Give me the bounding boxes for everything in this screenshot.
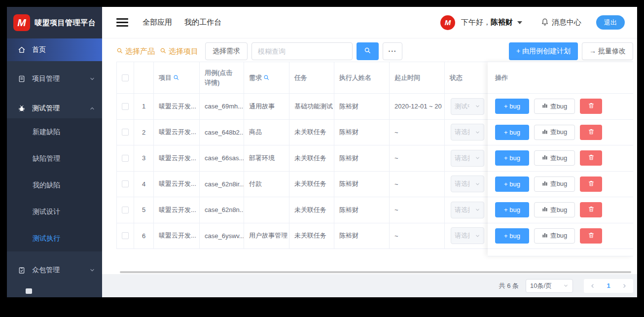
case-cell[interactable]: case_6yswv...: [199, 223, 244, 249]
header-checkbox-cell: [116, 62, 134, 94]
page-size-select[interactable]: 10条/页: [526, 279, 573, 293]
select-project-link[interactable]: 选择项目: [160, 47, 198, 56]
view-bug-label: 查bug: [550, 231, 568, 240]
tab-all-apps[interactable]: 全部应用: [143, 18, 172, 27]
add-bug-button[interactable]: + bug: [495, 228, 529, 244]
requirement-cell: 通用故事: [244, 94, 289, 120]
next-page-button[interactable]: [621, 283, 627, 289]
current-page-button[interactable]: 1: [607, 282, 610, 289]
project-search-icon[interactable]: [173, 74, 179, 81]
search-button[interactable]: [357, 42, 379, 60]
status-select[interactable]: 请选择: [451, 124, 484, 141]
case-cell[interactable]: case_62n8n...: [199, 197, 244, 223]
sidebar-subitem-test-execution[interactable]: 测试执行: [7, 225, 102, 251]
task-cell: 未关联任务: [289, 172, 334, 198]
row-checkbox[interactable]: [122, 207, 129, 213]
row-checkbox[interactable]: [122, 180, 129, 187]
delete-button[interactable]: [580, 202, 602, 217]
user-menu[interactable]: 下午好，陈裕财: [461, 18, 522, 27]
task-cell: 未关联任务: [289, 223, 334, 249]
delete-button[interactable]: [580, 150, 602, 166]
message-center-link[interactable]: 消息中心: [541, 18, 581, 27]
more-filters-button[interactable]: ···: [383, 42, 402, 60]
requirement-search-icon[interactable]: [263, 74, 270, 81]
status-select[interactable]: 请选择: [451, 150, 484, 167]
add-bug-button[interactable]: + bug: [495, 125, 529, 140]
view-bug-button[interactable]: 查bug: [534, 150, 575, 166]
task-cell: 基础功能测试: [289, 94, 334, 120]
header-operation: 操作: [488, 62, 633, 94]
chevron-down-icon: [475, 155, 480, 161]
status-select[interactable]: 测试中: [451, 98, 484, 115]
delete-button[interactable]: [580, 228, 602, 244]
logo-row: M 唛盟项目管理平台: [7, 7, 102, 38]
sidebar-subitem-test-design[interactable]: 测试设计: [7, 198, 102, 225]
add-bug-button[interactable]: + bug: [495, 150, 529, 166]
case-cell[interactable]: case_66sas...: [199, 145, 244, 172]
status-select[interactable]: 请选择: [451, 227, 484, 244]
fuzzy-search-input[interactable]: [251, 42, 353, 60]
view-bug-button[interactable]: 查bug: [534, 125, 575, 140]
project-cell: 唛盟云开发...: [153, 145, 199, 172]
sidebar-item-crowdsourcing[interactable]: 众包管理: [7, 259, 102, 281]
sidebar-subitem-new-defect[interactable]: 新建缺陷: [7, 118, 102, 145]
view-bug-button[interactable]: 查bug: [534, 228, 575, 244]
view-bug-label: 查bug: [550, 179, 568, 188]
index-cell: 4: [134, 172, 153, 198]
executor-cell: 陈裕财: [334, 197, 389, 223]
add-bug-button[interactable]: + bug: [495, 99, 529, 114]
row-checkbox[interactable]: [122, 155, 129, 162]
prev-page-button[interactable]: [590, 283, 596, 289]
row-checkbox[interactable]: [122, 232, 129, 239]
status-select[interactable]: 请选择: [451, 176, 484, 192]
sidebar-item-partial[interactable]: [7, 288, 102, 297]
case-cell[interactable]: case_69mh...: [199, 94, 244, 120]
row-checkbox[interactable]: [122, 129, 129, 136]
view-bug-button[interactable]: 查bug: [534, 202, 575, 217]
view-bug-button[interactable]: 查bug: [534, 99, 575, 114]
executor-cell: 陈裕财: [334, 172, 389, 198]
checkbox-cell: [116, 145, 134, 172]
hamburger-menu-icon[interactable]: [116, 16, 128, 29]
app-logo: M: [13, 14, 30, 31]
search-icon: [160, 47, 167, 56]
sidebar-subitem-my-defects[interactable]: 我的缺陷: [7, 172, 102, 198]
select-product-label: 选择产品: [125, 47, 155, 56]
bug-icon: [18, 105, 26, 112]
create-plan-from-case-button[interactable]: + 由用例创建计划: [509, 42, 578, 60]
time-cell: ~: [389, 223, 444, 249]
select-all-checkbox[interactable]: [122, 74, 129, 81]
sidebar-subitem-defect-management[interactable]: 缺陷管理: [7, 145, 102, 172]
page-size-value: 10条/页: [530, 282, 552, 290]
delete-button[interactable]: [580, 176, 602, 192]
delete-button[interactable]: [580, 99, 602, 114]
horizontal-scrollbar[interactable]: [120, 271, 631, 273]
status-select[interactable]: 请选择: [451, 202, 484, 218]
avatar[interactable]: M: [440, 15, 455, 30]
greeting-text: 下午好，: [461, 18, 491, 27]
sidebar-item-test-management[interactable]: 测试管理: [7, 99, 102, 118]
view-bug-label: 查bug: [550, 206, 568, 214]
case-cell[interactable]: case_62n8ir...: [199, 172, 244, 198]
operation-row: + bug 查bug: [488, 223, 633, 249]
tab-my-workbench[interactable]: 我的工作台: [184, 18, 221, 27]
operation-row: + bug 查bug: [488, 172, 633, 198]
sidebar-item-home[interactable]: 首页: [7, 38, 102, 61]
executor-cell: 陈裕财: [334, 145, 389, 172]
row-checkbox[interactable]: [122, 103, 129, 110]
task-cell: 未关联任务: [289, 197, 334, 223]
delete-button[interactable]: [580, 125, 602, 140]
case-cell[interactable]: case_648b2...: [199, 120, 244, 146]
header-case: 用例(点击详情): [199, 62, 244, 94]
batch-edit-button[interactable]: → 批量修改: [582, 42, 633, 60]
view-bug-button[interactable]: 查bug: [534, 176, 575, 192]
executor-cell: 陈裕财: [334, 94, 389, 120]
select-requirement-button[interactable]: 选择需求: [205, 42, 248, 60]
logout-button[interactable]: 退出: [596, 15, 625, 30]
clipboard-check-icon: [18, 266, 26, 274]
add-bug-button[interactable]: + bug: [495, 202, 529, 217]
add-bug-button[interactable]: + bug: [495, 176, 529, 192]
select-product-link[interactable]: 选择产品: [116, 47, 155, 56]
checkbox-cell: [116, 223, 134, 249]
sidebar-item-project-management[interactable]: 项目管理: [7, 69, 102, 89]
